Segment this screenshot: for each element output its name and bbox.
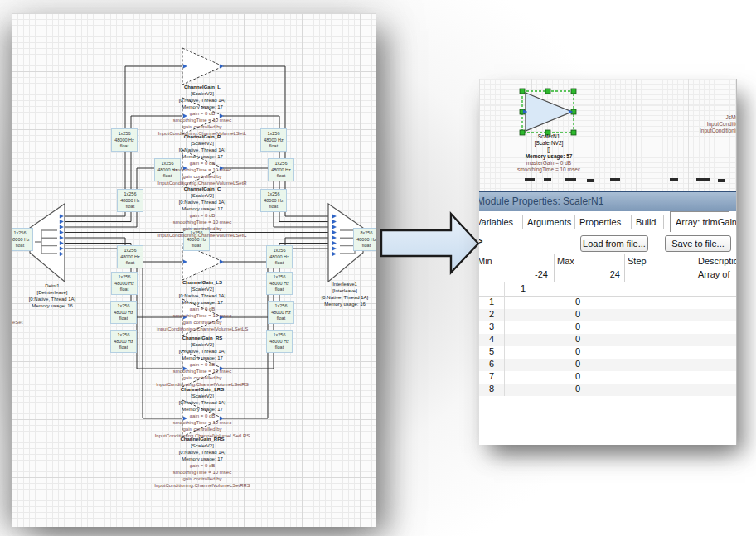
param-value-max[interactable]: 24 (557, 269, 620, 279)
table-row[interactable]: 50 (479, 346, 736, 359)
scaler-label-lrs: ChannelGain_LRS[ScalerV2] [0:Native, Thr… (111, 386, 293, 439)
wire-label: 1x25648000 Hzfloat (117, 245, 143, 268)
table-row[interactable]: 10 (479, 297, 736, 309)
deinterleave-block[interactable] (30, 204, 65, 282)
tab-variables[interactable]: Variables (479, 215, 513, 229)
wire-label: 1x25648000 Hzfloat (266, 245, 293, 268)
load-from-file-button[interactable]: Load from file... (580, 235, 648, 252)
tab-arguments[interactable]: Arguments (527, 215, 571, 229)
clipped-canvas-text: InputConditio (707, 121, 737, 127)
wire-label-input: 1x25648000 Hzfloat (12, 228, 33, 251)
module-properties-titlebar: Module Properties: ScalerN1 (479, 191, 736, 211)
selected-scaler-label: ScalerN1 [ScalerNV2] [] Memory usage: 57… (479, 133, 640, 173)
table-row[interactable]: 30 (479, 321, 736, 334)
designer-canvas[interactable]: 1x25648000 Hzfloat 8x25648000 Hzfloat 1x… (12, 13, 376, 527)
param-header-max: Max (557, 256, 574, 266)
clipped-edge-text: eSet (12, 320, 22, 325)
canvas-fragment[interactable]: ScalerN1 [ScalerNV2] [] Memory usage: 57… (479, 79, 736, 191)
param-header-step: Step (628, 256, 647, 266)
table-row[interactable]: 60 (479, 359, 736, 371)
scaler-label-c: ChannelGain_C[ScalerV2] [0:Native, Threa… (111, 186, 293, 239)
param-header-min: Min (479, 256, 492, 266)
table-row[interactable]: 70 (479, 371, 736, 384)
param-header-description: Description (698, 256, 737, 266)
scaler-label-l: ChannelGain_L[ScalerV2] [0:Native, Threa… (111, 84, 293, 137)
wire-label-output: 8x25648000 Hzfloat (353, 228, 376, 251)
selected-scaler-block[interactable] (526, 93, 572, 131)
trimgain-array-grid: 1 10 20 30 40 50 60 70 80 (479, 282, 736, 396)
scaler-channelgain-l (182, 48, 223, 85)
tab-properties[interactable]: Properties (579, 215, 621, 229)
tab-bar: Variables Arguments Properties Build Arr… (479, 211, 736, 233)
param-value-description: Array of (698, 269, 730, 279)
clipped-chevron: > (479, 236, 482, 246)
scaler-label-rs: ChannelGain_RS[ScalerV2] [0:Native, Thre… (111, 335, 293, 388)
clipped-canvas-text: JsMu (725, 114, 737, 120)
scaler-label-r: ChannelGain_R[ScalerV2] [0:Native, Threa… (111, 133, 293, 186)
grid-column-1-header: 1 (521, 283, 526, 293)
panel-title: Module Properties: ScalerN1 (479, 196, 603, 207)
save-to-file-button[interactable]: Save to file... (665, 235, 731, 252)
grid-column-header: 1 (479, 282, 736, 297)
tab-build[interactable]: Build (636, 215, 656, 229)
module-properties-panel: ScalerN1 [ScalerNV2] [] Memory usage: 57… (479, 79, 737, 445)
tab-array-trimgain[interactable]: Array: trimGain (670, 211, 729, 232)
clipped-canvas-text: InputConditionin (700, 128, 737, 133)
table-row[interactable]: 40 (479, 334, 736, 346)
transition-arrow (377, 207, 482, 280)
table-row[interactable]: 20 (479, 309, 736, 321)
table-row[interactable]: 80 (479, 384, 736, 396)
param-value-min[interactable]: -24 (479, 269, 548, 279)
scaler-label-rrs: ChannelGain_RRS[ScalerV2] [0:Native, Thr… (111, 436, 293, 489)
scaler-label-ls: ChannelGain_LS[ScalerV2] [0:Native, Thre… (111, 279, 293, 332)
